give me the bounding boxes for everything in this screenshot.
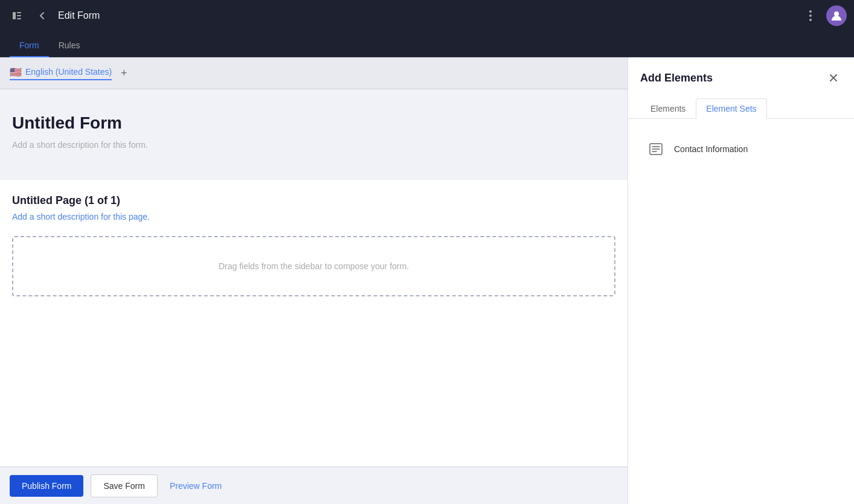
flag-icon: 🇺🇸: [10, 66, 22, 78]
form-title[interactable]: Untitled Form: [12, 113, 615, 133]
drop-zone[interactable]: Drag fields from the sidebar to compose …: [12, 236, 615, 296]
svg-rect-0: [13, 12, 16, 19]
form-editor: 🇺🇸 English (United States) + Untitled Fo…: [0, 57, 628, 504]
sidebar-content: Contact Information: [628, 119, 854, 504]
close-sidebar-button[interactable]: [825, 69, 842, 86]
contact-information-icon: [645, 138, 667, 160]
bottom-bar: Publish Form Save Form Preview Form: [0, 467, 628, 504]
tab-rules[interactable]: Rules: [49, 34, 90, 57]
back-button[interactable]: [33, 6, 52, 25]
add-language-button[interactable]: +: [117, 66, 131, 80]
top-nav-right: [802, 5, 847, 26]
publish-form-button[interactable]: Publish Form: [10, 475, 83, 497]
sidebar-header: Add Elements: [628, 57, 854, 86]
main-content: 🇺🇸 English (United States) + Untitled Fo…: [0, 57, 854, 504]
language-bar: 🇺🇸 English (United States) +: [0, 57, 628, 89]
form-body: Untitled Page (1 of 1) Add a short descr…: [0, 180, 628, 338]
sidebar-toggle-button[interactable]: [7, 6, 27, 25]
sidebar-tabs: Elements Element Sets: [628, 91, 854, 119]
right-sidebar: Add Elements Elements Element Sets: [628, 57, 854, 504]
svg-point-6: [809, 19, 812, 21]
form-header-section: Untitled Form Add a short description fo…: [0, 89, 628, 180]
tab-form[interactable]: Form: [10, 34, 49, 57]
form-description[interactable]: Add a short description for this form.: [12, 140, 615, 150]
form-spacer: [0, 338, 628, 467]
top-nav-left: Edit Form: [7, 6, 796, 25]
svg-rect-1: [17, 12, 21, 13]
svg-rect-3: [17, 18, 21, 19]
element-set-contact-information[interactable]: Contact Information: [640, 131, 842, 167]
page-title: Edit Form: [58, 10, 100, 21]
top-nav: Edit Form: [0, 0, 854, 31]
drop-zone-text: Drag fields from the sidebar to compose …: [219, 261, 409, 271]
avatar[interactable]: [826, 5, 847, 26]
sidebar-title: Add Elements: [640, 72, 713, 85]
form-page-title: Untitled Page (1 of 1): [12, 194, 615, 207]
svg-point-4: [809, 10, 812, 13]
language-tab[interactable]: 🇺🇸 English (United States): [10, 66, 112, 80]
svg-point-5: [809, 14, 812, 17]
tab-elements[interactable]: Elements: [640, 98, 696, 119]
language-label: English (United States): [25, 67, 112, 77]
tab-element-sets[interactable]: Element Sets: [696, 98, 766, 119]
svg-rect-2: [17, 15, 21, 16]
svg-point-7: [834, 11, 839, 16]
preview-form-button[interactable]: Preview Form: [165, 475, 226, 497]
save-form-button[interactable]: Save Form: [91, 474, 157, 497]
tab-bar: Form Rules: [0, 31, 854, 57]
contact-information-label: Contact Information: [674, 144, 748, 154]
more-options-button[interactable]: [802, 7, 819, 24]
form-page-description[interactable]: Add a short description for this page.: [12, 212, 615, 222]
